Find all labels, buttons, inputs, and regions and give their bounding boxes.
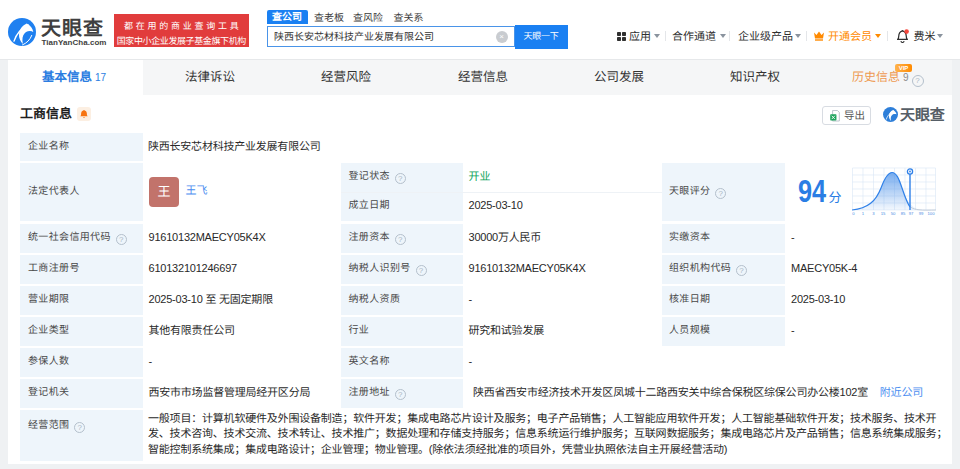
svg-text:15: 15 (881, 211, 886, 216)
svg-text:100: 100 (928, 211, 936, 216)
svg-text:1: 1 (862, 211, 865, 216)
svg-text:3: 3 (872, 211, 875, 216)
svg-text:50: 50 (891, 211, 896, 216)
svg-text:99: 99 (919, 211, 924, 216)
svg-text:85: 85 (901, 211, 906, 216)
svg-text:0: 0 (852, 211, 855, 216)
svg-text:97: 97 (909, 211, 914, 216)
